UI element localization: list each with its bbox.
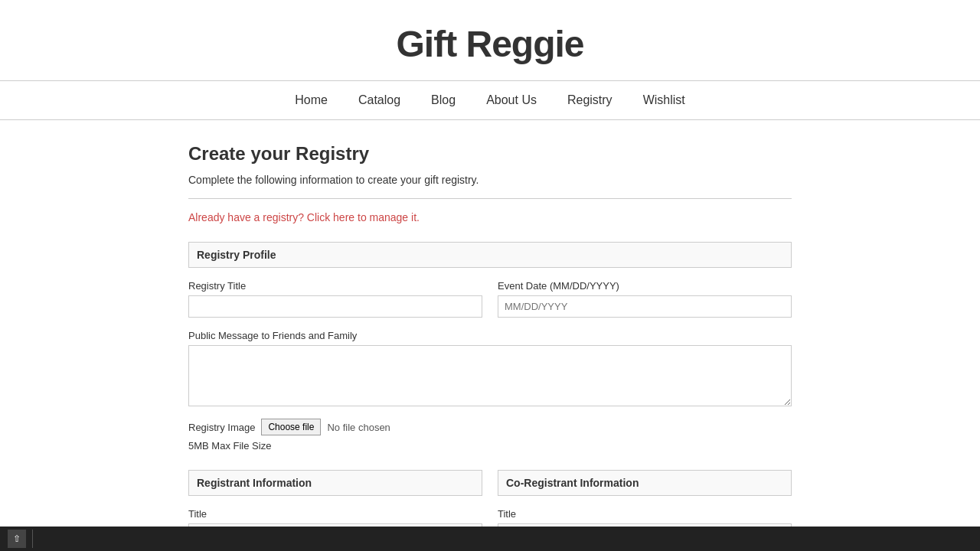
registrant-header: Registrant Information <box>188 470 482 496</box>
page-title: Create your Registry <box>188 143 792 165</box>
bottom-bar-divider <box>32 530 33 548</box>
file-size-note: 5MB Max File Size <box>188 440 792 452</box>
nav-item-home[interactable]: Home <box>295 93 328 107</box>
page-description: Complete the following information to cr… <box>188 174 792 186</box>
nav-item-registry[interactable]: Registry <box>567 93 612 107</box>
scroll-up-button[interactable]: ⇧ <box>8 530 26 548</box>
registry-title-field: Registry Title <box>188 280 482 318</box>
event-date-input[interactable] <box>498 295 792 318</box>
registry-manage-link[interactable]: Already have a registry? Click here to m… <box>188 211 792 223</box>
registry-image-label: Registry Image <box>188 422 255 433</box>
event-date-field: Event Date (MM/DD/YYYY) <box>498 280 792 318</box>
site-header: Gift Reggie <box>0 0 980 80</box>
registry-profile-section: Registry Profile Registry Title Event Da… <box>188 242 792 452</box>
public-message-textarea[interactable] <box>188 345 792 406</box>
co-registrant-title-label: Title <box>498 508 792 520</box>
bottom-bar: ⇧ <box>0 527 980 551</box>
registry-title-date-row: Registry Title Event Date (MM/DD/YYYY) <box>188 280 792 318</box>
registry-title-input[interactable] <box>188 295 482 318</box>
registry-title-label: Registry Title <box>188 280 482 292</box>
public-message-row: Public Message to Friends and Family <box>188 330 792 406</box>
registry-image-row: Registry Image Choose file No file chose… <box>188 419 792 435</box>
public-message-field: Public Message to Friends and Family <box>188 330 792 406</box>
public-message-label: Public Message to Friends and Family <box>188 330 792 341</box>
no-file-chosen-label: No file chosen <box>327 422 390 433</box>
divider <box>188 198 792 199</box>
co-registrant-header: Co-Registrant Information <box>498 470 792 496</box>
site-title: Gift Reggie <box>15 23 965 65</box>
nav-item-blog[interactable]: Blog <box>431 93 456 107</box>
main-content: Create your Registry Complete the follow… <box>0 120 980 551</box>
registrant-title-label: Title <box>188 508 482 520</box>
event-date-label: Event Date (MM/DD/YYYY) <box>498 280 792 292</box>
nav-item-catalog[interactable]: Catalog <box>358 93 400 107</box>
registry-profile-header: Registry Profile <box>188 242 792 268</box>
main-nav: Home Catalog Blog About Us Registry Wish… <box>0 80 980 120</box>
choose-file-button[interactable]: Choose file <box>261 419 321 435</box>
nav-item-wishlist[interactable]: Wishlist <box>643 93 685 107</box>
nav-item-about-us[interactable]: About Us <box>486 93 537 107</box>
